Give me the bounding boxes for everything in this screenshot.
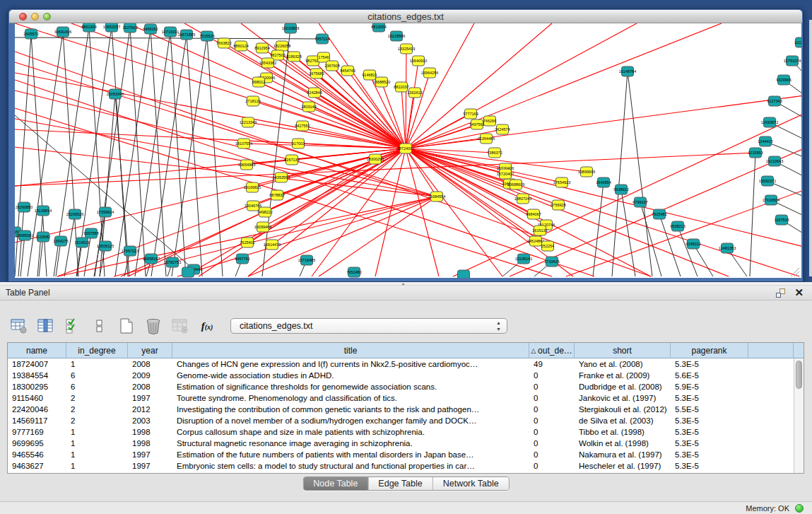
graph-node[interactable]: 6466162	[143, 24, 158, 34]
row-height-icon[interactable]	[90, 317, 109, 335]
column-header-title[interactable]: title	[172, 343, 529, 358]
graph-node[interactable]: 2803144	[301, 102, 316, 112]
close-panel-icon[interactable]: ✕	[794, 286, 804, 299]
graph-node[interactable]: 16543382	[259, 58, 276, 68]
graph-node[interactable]: 3624574	[495, 124, 510, 134]
graph-node[interactable]: 16210643	[766, 156, 783, 166]
graph-node[interactable]: 1167533	[774, 215, 789, 225]
graph-node[interactable]: 17359924	[97, 207, 114, 217]
graph-node[interactable]: 1362615	[407, 88, 422, 98]
graph-node[interactable]: 9984067	[526, 209, 541, 219]
graph-node[interactable]: 2718120	[245, 96, 260, 106]
graph-node[interactable]: 9227343	[767, 96, 782, 106]
graph-node[interactable]: 8813054	[371, 23, 386, 32]
graph-node[interactable]: 1112549	[794, 37, 801, 47]
graph-node[interactable]: 8267130	[284, 155, 299, 165]
tab-network-table[interactable]: Network Table	[433, 477, 509, 490]
select-columns-icon[interactable]	[64, 317, 82, 335]
graph-node[interactable]: 2367608	[324, 61, 339, 71]
function-builder-icon[interactable]: f(x)	[198, 317, 216, 335]
graph-node[interactable]: 252254	[541, 241, 554, 251]
graph-node[interactable]: 917003	[292, 139, 305, 148]
graph-node[interactable]: 1615132	[532, 226, 547, 235]
table-row[interactable]: 977716911998Corpus callosum shape and si…	[8, 426, 794, 438]
graph-node[interactable]: 13505125	[97, 241, 114, 251]
graph-node[interactable]: 18807243	[514, 194, 531, 204]
graph-node[interactable]	[182, 267, 194, 277]
float-panel-icon[interactable]	[776, 288, 785, 298]
column-header-year[interactable]: year	[128, 343, 172, 358]
table-row[interactable]: 911546021997Tourette syndrome. Phenomeno…	[8, 392, 794, 404]
graph-node[interactable]: 16640910	[410, 56, 427, 66]
graph-node[interactable]: 1675685	[309, 69, 324, 78]
graph-node[interactable]: 7952480	[346, 267, 361, 277]
window-titlebar[interactable]: citations_edges.txt	[9, 10, 802, 23]
table-settings-icon[interactable]	[10, 317, 28, 335]
graph-node[interactable]: 9457791	[235, 254, 249, 264]
graph-node[interactable]: 1244415	[758, 136, 772, 146]
graph-node[interactable]: 30691406	[54, 27, 71, 37]
graph-node[interactable]: 15716485	[298, 255, 315, 265]
table-row[interactable]: 969969511998Structural magnetic resonanc…	[8, 438, 794, 449]
graph-node[interactable]: 16914479	[264, 240, 281, 250]
graph-node[interactable]: 8427552	[295, 121, 310, 131]
new-table-icon[interactable]	[117, 317, 136, 335]
vertical-scrollbar[interactable]	[794, 358, 804, 473]
tab-node-table[interactable]: Node Table	[303, 477, 367, 490]
graph-node[interactable]: 8860124	[233, 41, 248, 51]
graph-node[interactable]: 13325419	[398, 44, 415, 54]
graph-node[interactable]: 18226058	[273, 41, 290, 51]
graph-node[interactable]: 16958197	[143, 254, 160, 264]
graph-node[interactable]: 16964256	[421, 68, 438, 78]
graph-node[interactable]: 7625402	[240, 238, 254, 247]
graph-node[interactable]: 1733426	[544, 257, 559, 267]
graph-node[interactable]: 20206526	[66, 209, 83, 219]
graph-node[interactable]: 16099469	[254, 222, 271, 232]
graph-node[interactable]: 9146821	[362, 70, 377, 80]
table-body[interactable]: 1872400712008Changes of HCN gene express…	[8, 358, 794, 473]
show-column-icon[interactable]	[37, 317, 55, 335]
graph-node[interactable]: 15692371	[759, 176, 776, 186]
column-header-short[interactable]: short	[575, 343, 671, 358]
graph-node[interactable]: 16671585	[178, 30, 195, 40]
table-row[interactable]: 1456911722003Disruption of a novel membe…	[8, 415, 794, 426]
graph-node[interactable]: 9756928	[551, 200, 565, 210]
delete-table-icon[interactable]	[144, 317, 163, 335]
graph-node[interactable]: 14353594	[273, 173, 290, 182]
graph-node[interactable]: 10653257	[103, 23, 120, 32]
graph-node[interactable]: 19654983	[238, 160, 255, 170]
column-header-pagerank[interactable]: pagerank	[671, 343, 748, 358]
graph-node[interactable]: 8912954	[254, 43, 269, 53]
graph-node[interactable]: 1640954	[596, 177, 611, 187]
graph-node[interactable]: 15720407	[497, 169, 514, 179]
graph-node[interactable]: 8861304	[81, 23, 96, 32]
graph-node[interactable]: 20053346	[107, 89, 124, 99]
graph-node[interactable]: 9242848	[307, 88, 322, 98]
graph-node[interactable]: 15135141	[515, 254, 532, 264]
graph-node[interactable]: 9497568	[469, 119, 484, 129]
table-row[interactable]: 946362711997Embryonic stem cells: a mode…	[8, 460, 794, 472]
table-selector-combobox[interactable]: citations_edges.txt ▲▼	[230, 318, 507, 334]
graph-node[interactable]: 12093872	[761, 117, 778, 127]
graph-node[interactable]: 9245012	[686, 239, 700, 249]
graph-node[interactable]: 9777169	[463, 109, 478, 119]
graph-node[interactable]: 16033809	[282, 23, 299, 33]
graph-node[interactable]: 746266	[483, 116, 496, 126]
graph-node[interactable]: 6799197	[632, 197, 647, 207]
graph-node[interactable]: 18300295	[367, 154, 384, 164]
table-row[interactable]: 1872400712008Changes of HCN gene express…	[8, 358, 794, 370]
graph-node[interactable]: 15688520	[373, 77, 390, 87]
tab-edge-table[interactable]: Edge Table	[367, 477, 432, 490]
graph-node[interactable]: 16782753	[164, 257, 181, 267]
graph-node[interactable]: 9397588	[83, 228, 98, 238]
graph-node[interactable]: 8878832	[269, 190, 284, 200]
table-row[interactable]: 1830029562008Estimation of significance …	[8, 381, 794, 392]
graph-node[interactable]: 10719191	[162, 27, 179, 37]
graph-node[interactable]: 19166825	[244, 182, 261, 192]
column-header-out_de…[interactable]: △out_de…	[529, 343, 575, 358]
graph-node[interactable]: 7515526	[199, 31, 214, 41]
graph-node[interactable]: 3215953	[748, 148, 763, 158]
graph-node[interactable]: 10899695	[578, 167, 595, 177]
graph-node[interactable]: 19218586	[388, 31, 405, 41]
graph-node[interactable]: 17654923	[553, 177, 570, 187]
